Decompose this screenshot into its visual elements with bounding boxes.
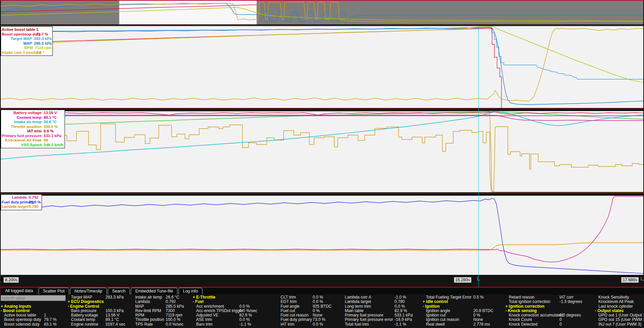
group-label[interactable]: - Knock sensing [505, 309, 537, 313]
data-label[interactable]: Main table [341, 309, 395, 313]
data-label[interactable]: Fuel angle [277, 304, 313, 309]
data-label[interactable]: Engine runtime [68, 322, 105, 327]
data-label[interactable]: MAP [132, 304, 166, 309]
group-label[interactable]: + ECU Diagnostics [68, 300, 104, 304]
data-label[interactable]: Acc enrichment [193, 304, 239, 309]
data-label[interactable]: Fuel cut reason [277, 313, 313, 318]
data-row: Baro trim-1.1 % [193, 322, 276, 327]
log-overview-strip[interactable] [1, 1, 643, 24]
group-label[interactable]: - Output states [595, 309, 624, 313]
tab-log-info[interactable]: Log info [178, 288, 202, 294]
data-label[interactable]: EGT trim [277, 300, 313, 304]
data-row: Knock Detected0 [505, 322, 593, 327]
legend-channel-value: 533.1 kPa [44, 134, 61, 138]
data-group-header: + Ignition correction [505, 304, 593, 309]
legend-channel-value: 285.5 kPa [34, 41, 52, 46]
time-axis-bar[interactable]: 8.200s 15.280s 17.680s [0, 275, 644, 287]
data-label[interactable]: Fuel duty primary [277, 318, 313, 322]
data-label[interactable]: Lambda [132, 300, 166, 304]
data-label[interactable]: Ignition cut reason [423, 318, 473, 322]
group-label[interactable]: + E-Throttle [193, 295, 215, 300]
data-row: Ignition cut0 % [423, 313, 504, 318]
legend-channel-label: Lambda target [2, 204, 29, 209]
data-label[interactable]: Knock Count [505, 318, 559, 322]
data-label[interactable]: Knock Sensitivity [595, 295, 644, 300]
data-label[interactable]: Total ignition correction [505, 300, 559, 304]
data-label[interactable]: Ignition angle [423, 309, 473, 313]
data-label[interactable]: Long term trim [341, 304, 395, 309]
data-label[interactable]: Coolant temp [68, 318, 105, 322]
separator-chart1-chart2[interactable] [0, 108, 644, 111]
tab-all-logged-data[interactable]: All logged data [1, 287, 38, 294]
search-value-input[interactable] [1, 295, 66, 301]
data-label[interactable]: Target MAP [68, 295, 105, 300]
data-label[interactable]: Fuel cut [277, 309, 313, 313]
data-label[interactable]: Knocklevel All Peak [595, 300, 644, 304]
data-row: Knock Count0 [505, 318, 593, 322]
data-row: Knocklevel All Peak [595, 300, 644, 304]
data-row: INJ out 7 (User PWM 3) [595, 322, 644, 327]
data-label[interactable]: Boost solenoid duty [1, 322, 44, 327]
legend-channel-label: IAT trim [2, 129, 44, 134]
boost-chart-panel[interactable] [1, 26, 643, 108]
data-label[interactable]: Primary fuel pressure error [341, 318, 395, 322]
data-label[interactable]: Total Fueling Target Error [423, 295, 473, 300]
data-label[interactable]: Acc-enrich TPSDot trigger [193, 309, 239, 313]
group-label[interactable]: - Fuel [193, 300, 204, 304]
time-cursor-line[interactable] [478, 26, 479, 287]
data-label[interactable]: Baro trim [193, 322, 239, 327]
data-label[interactable]: RPM [132, 313, 166, 318]
data-row: Acc-enrich TPSDot trigger0.0 %/sec [193, 309, 276, 313]
lambda-chart-panel[interactable] [1, 196, 643, 275]
group-label[interactable]: + Ignition correction [505, 304, 545, 309]
group-label[interactable]: - Ignition [423, 304, 440, 309]
engine-chart-panel[interactable] [1, 111, 643, 192]
data-row: Throttle position100.0 % [132, 318, 191, 322]
data-label[interactable]: GPO out 15 (User PWM 1) [595, 318, 644, 322]
legend-channel-value: 248.2 km/h [44, 143, 64, 148]
data-label[interactable]: Throttle position [132, 318, 166, 322]
data-label[interactable]: IAT trim [277, 322, 313, 327]
data-label[interactable]: Retard reason [505, 295, 559, 300]
data-row: Real dwell2.778 ms [423, 322, 504, 327]
data-label[interactable]: Boost openloop duty [1, 318, 44, 322]
data-label[interactable]: Lambda corr A [341, 295, 395, 300]
tab-scatter-plot[interactable]: Scatter Plot [39, 288, 69, 294]
data-label[interactable]: Real dwell [423, 322, 473, 327]
data-row: Lambda0.792 [132, 300, 191, 304]
data-label[interactable]: Baro pressure [68, 309, 105, 313]
legend-row: IAT trim0.0 % [2, 129, 64, 134]
data-label[interactable]: CLT trim [277, 295, 313, 300]
data-label[interactable]: Ignition cut [423, 313, 473, 318]
tab-search[interactable]: Search [108, 288, 130, 294]
legend-channel-label: RPM [2, 46, 35, 50]
group-label[interactable]: - Engine Control [68, 304, 99, 309]
data-label[interactable]: Adjusted VE [193, 313, 239, 318]
legend-row: Active boost table1 [2, 27, 52, 32]
data-label[interactable]: INJ out 7 (User PWM 3) [595, 322, 644, 327]
data-label[interactable]: GPO out 1 (User Output 1) [595, 313, 644, 318]
data-row: Fuel cut reasonNone [277, 313, 340, 318]
data-label[interactable]: Total fuel trim [341, 322, 395, 327]
data-value: -1.1 % [239, 322, 251, 327]
data-label[interactable]: Knock Detected [505, 322, 559, 327]
data-label[interactable]: Battery voltage [68, 313, 105, 318]
data-row: RPM7119 rpm [132, 313, 191, 318]
group-label[interactable]: + Analog Inputs [1, 304, 31, 309]
group-label[interactable]: + Idle control [423, 300, 448, 304]
separator-chart2-chart3[interactable] [0, 192, 644, 196]
data-label[interactable]: Knock correction accumulated [505, 313, 559, 318]
data-label[interactable]: Active boost table [1, 313, 44, 318]
data-label[interactable]: Last knock cylinder [595, 304, 644, 309]
tab-notes-timeslip[interactable]: Notes/Timeslip [70, 288, 106, 294]
data-label[interactable]: Rev-limit RPM [132, 309, 166, 313]
legend-row: Primary fuel pressure533.1 kPa [2, 134, 64, 138]
data-label[interactable]: ASE trim [193, 318, 239, 322]
tab-embedded-tune-file[interactable]: Embedded Tune-file [131, 288, 177, 294]
legend-channel-value: 73.0 % [29, 200, 41, 205]
data-label[interactable]: Primary fuel pressure [341, 313, 395, 318]
data-label[interactable]: Lambda target [341, 300, 395, 304]
data-label[interactable]: TPS Rate [132, 322, 166, 327]
data-label[interactable]: Intake air temp [132, 295, 166, 300]
group-label[interactable]: - Boost control [1, 309, 29, 313]
